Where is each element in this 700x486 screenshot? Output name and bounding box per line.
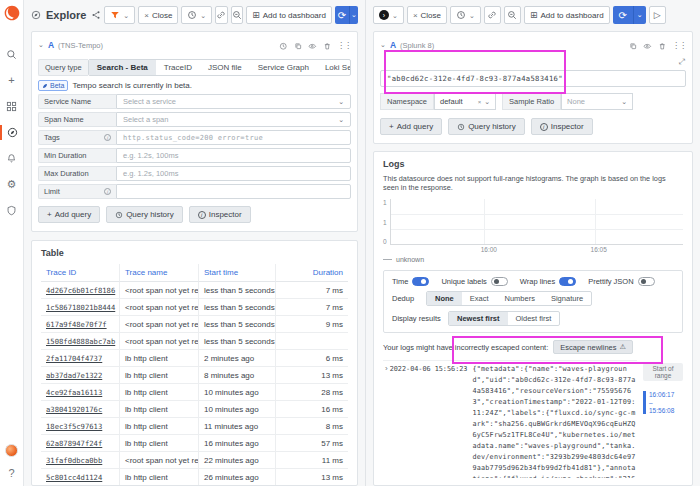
log-toggle[interactable]: Wrap lines (520, 277, 576, 286)
field-input[interactable]: Select a span ⌄ (116, 112, 351, 127)
trace-id-link[interactable]: ab37dad7e1322 (41, 367, 120, 384)
range-from[interactable]: 16:06:17 (649, 391, 683, 398)
query-history-button[interactable]: Query history (448, 118, 525, 135)
close-button[interactable]: ×Close (407, 6, 447, 24)
refresh-icon[interactable]: ⟳ (613, 6, 633, 24)
query-type-tab[interactable]: JSON file (200, 60, 250, 75)
add-query-button[interactable]: +Add query (380, 118, 442, 135)
table-column-header[interactable]: Duration (276, 264, 348, 282)
sample-ratio-select[interactable]: None ⌄ (561, 93, 633, 110)
dedup-option[interactable]: None (427, 292, 462, 305)
trace-id-link[interactable]: 62a878947f24f (41, 435, 120, 452)
dedup-option[interactable]: Exact (462, 292, 497, 305)
add-to-dashboard-button[interactable]: ⊞Add to dashboard (246, 6, 332, 24)
dedup-option[interactable]: Numbers (497, 292, 543, 305)
copy-icon[interactable] (629, 36, 638, 54)
search-icon[interactable] (0, 47, 24, 62)
history-icon[interactable] (279, 36, 288, 54)
magnifier-icon (507, 10, 517, 20)
toggle-switch[interactable] (638, 277, 655, 286)
refresh-icon[interactable]: ⟳ (335, 6, 349, 24)
search-query-input[interactable]: "ab0cd62c-312e-4fd7-8c93-877a4a583416" (380, 70, 686, 87)
log-toggle[interactable]: Prettify JSON (588, 277, 654, 286)
configuration-gear-icon[interactable]: ⚙ (0, 177, 24, 192)
range-to[interactable]: 15:56:08 (649, 407, 683, 414)
share-link-button[interactable] (215, 6, 227, 24)
trace-id-link[interactable]: 18ec3f5c97613 (41, 418, 120, 435)
field-input[interactable]: http.status_code=200 error=true ⌄ (116, 130, 351, 145)
add-to-dashboard-button[interactable]: ⊞Add to dashboard (524, 6, 610, 24)
trace-id-link[interactable]: a38041920176c (41, 401, 120, 418)
trace-id-link[interactable]: 4d267c6b01cf8186 (41, 282, 120, 299)
split-icon[interactable] (91, 10, 101, 20)
eye-icon[interactable] (308, 36, 317, 54)
zoom-out-button[interactable] (504, 6, 521, 24)
log-toggle[interactable]: Unique labels (441, 277, 507, 286)
trace-id-link[interactable]: 4ce92faa16113 (41, 384, 120, 401)
log-row[interactable]: › 2022-04-06 15:56:23 {"metadata":{"name… (383, 360, 637, 478)
expand-icon[interactable]: ⤢ (679, 57, 685, 67)
run-button[interactable]: ▷ (649, 6, 666, 24)
trash-icon[interactable] (323, 36, 332, 54)
trace-id-link[interactable]: 617a9f48e70f7f (41, 316, 120, 333)
profile-avatar[interactable] (5, 444, 18, 457)
query-type-tab[interactable]: Search - Beta (89, 60, 156, 75)
collapse-chevron-icon[interactable]: ⌄ (380, 41, 386, 49)
query-history-button[interactable]: Query history (106, 206, 183, 223)
refresh-interval-caret[interactable]: ⌄ (349, 6, 358, 24)
display-order-option[interactable]: Newest first (449, 312, 508, 325)
dedup-option[interactable]: Signature (543, 292, 591, 305)
add-icon[interactable]: + (0, 73, 24, 88)
trash-icon[interactable] (658, 36, 667, 54)
query-type-tab[interactable]: Loki Search (317, 60, 351, 75)
field-input[interactable]: e.g. 1.2s, 100ms ⌄ (116, 148, 351, 163)
share-link-button[interactable] (484, 6, 501, 24)
query-type-tab[interactable]: TraceID (156, 60, 200, 75)
clear-icon[interactable]: × (478, 99, 482, 105)
time-picker-button[interactable]: ⌄ (450, 6, 481, 24)
field-input[interactable]: ⌄ (116, 184, 351, 199)
trace-id-link[interactable]: 2fa11704f4737 (41, 350, 120, 367)
field-input[interactable]: Select a service ⌄ (116, 94, 351, 109)
refresh-interval-caret[interactable]: ⌄ (633, 6, 646, 24)
expand-log-chevron-icon[interactable]: › (385, 364, 388, 373)
chart-plot-area[interactable] (390, 199, 683, 245)
table-column-header[interactable]: Start time (199, 264, 276, 282)
alerting-bell-icon[interactable] (0, 151, 24, 166)
grafana-logo[interactable] (4, 5, 20, 21)
datasource-picker[interactable]: › ⌄ (373, 6, 404, 24)
add-query-button[interactable]: +Add query (38, 206, 100, 223)
datasource-picker[interactable]: ⌄ (104, 6, 135, 24)
toggle-switch[interactable] (559, 277, 576, 286)
help-icon[interactable]: ? (0, 466, 24, 481)
display-order-option[interactable]: Oldest first (508, 312, 560, 325)
collapse-chevron-icon[interactable]: ⌄ (38, 41, 44, 49)
table-column-header[interactable]: Trace ID (41, 264, 120, 282)
field-input[interactable]: e.g. 1.2s, 100ms ⌄ (116, 166, 351, 181)
time-picker-button[interactable]: ⌄ (181, 6, 212, 24)
trace-id-link[interactable]: 31faf0dbca0bb (41, 452, 120, 469)
trace-id-link[interactable]: 1c586718021b8444 (41, 299, 120, 316)
dedup-options: NoneExactNumbersSignature (426, 291, 592, 306)
escape-newlines-button[interactable]: Escape newlines ⚠ (553, 340, 633, 354)
eye-icon[interactable] (643, 36, 652, 54)
server-admin-shield-icon[interactable] (0, 203, 24, 218)
explore-compass-icon[interactable] (0, 125, 24, 140)
drag-handle-icon[interactable]: ⋮⋮ (337, 41, 351, 50)
close-button[interactable]: ×Close (138, 6, 178, 24)
copy-icon[interactable] (294, 36, 303, 54)
query-type-tab[interactable]: Service Graph (250, 60, 317, 75)
log-toggle[interactable]: Time (392, 277, 429, 286)
dashboards-icon[interactable] (0, 99, 24, 114)
table-column-header[interactable]: Trace name (120, 264, 199, 282)
zoom-out-button[interactable] (231, 6, 243, 24)
legend-label[interactable]: unknown (396, 256, 424, 263)
namespace-select[interactable]: default × ⌄ (434, 93, 496, 110)
toggle-switch[interactable] (491, 277, 508, 286)
trace-id-link[interactable]: 1508fd4888abc7ab (41, 333, 120, 350)
inspector-button[interactable]: iInspector (189, 206, 251, 223)
trace-id-link[interactable]: 5c801cc4d1124 (41, 469, 120, 486)
drag-handle-icon[interactable]: ⋮⋮ (672, 41, 686, 50)
toggle-switch[interactable] (412, 277, 429, 286)
inspector-button[interactable]: iInspector (531, 118, 593, 135)
